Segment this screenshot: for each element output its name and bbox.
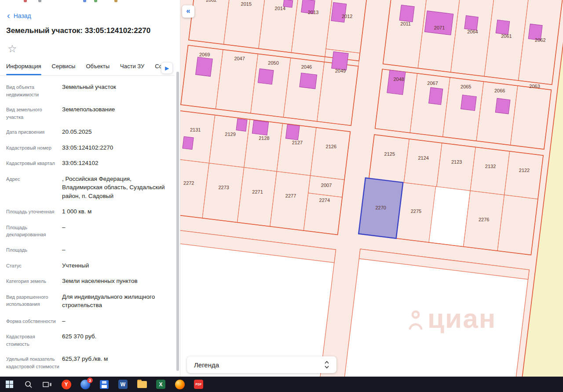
field-row: Вид разрешенного использованияДля индиви…: [6, 293, 172, 310]
legend-dropdown[interactable]: Легенда: [187, 356, 336, 373]
field-label: Категория земель: [6, 277, 59, 285]
tab-objects[interactable]: Объекты: [86, 63, 110, 75]
building-footprint: [258, 69, 274, 84]
tab-parts-zu[interactable]: Части ЗУ: [120, 63, 144, 75]
map-panel[interactable]: 2002201520142013201220692047205020462049…: [180, 0, 563, 377]
field-row: Площадь декларированная–: [6, 223, 172, 238]
field-row: Площадь–: [6, 245, 172, 254]
field-label: Кадастровый квартал: [6, 159, 59, 167]
field-row: СтатусУчтенный: [6, 261, 172, 270]
field-label: Статус: [6, 261, 59, 270]
tab-information[interactable]: Информация: [6, 63, 41, 75]
field-value: Земли населенных пунктов: [59, 277, 172, 286]
parcel[interactable]: [429, 187, 470, 247]
notification-badge: 3: [87, 377, 93, 383]
parcel-label: 2270: [376, 205, 386, 210]
folder-button[interactable]: [132, 377, 151, 392]
parcel-label: 2050: [268, 60, 278, 66]
tab-services[interactable]: Сервисы: [52, 63, 76, 75]
parcel-label: 2048: [393, 77, 404, 82]
building-footprint: [461, 95, 477, 111]
parcel-label: 2007: [321, 183, 332, 188]
parcel-label: 2061: [501, 33, 512, 39]
parcel-label: 2126: [326, 144, 336, 149]
field-label: Кадастровый номер: [6, 143, 59, 152]
favorite-star-icon[interactable]: ☆: [7, 43, 17, 55]
field-row: Адрес, Российская Федерация, Владимирска…: [6, 175, 172, 201]
field-value: 33:05:124102:2270: [59, 143, 172, 152]
field-value: 20.05.2025: [59, 128, 172, 136]
pdf-button[interactable]: PDF: [189, 377, 208, 392]
parcel-label: 2274: [319, 198, 330, 203]
info-fields: Вид объекта недвижимостиЗемельный участо…: [6, 83, 172, 377]
parcel-label: 2011: [400, 21, 411, 26]
field-row: Вид земельного участкаЗемлепользование: [6, 105, 172, 121]
field-label: Форма собственности: [6, 317, 59, 325]
field-value: –: [59, 317, 172, 326]
parcel-label: 2277: [285, 193, 296, 198]
field-value: 33:05:124102: [59, 159, 172, 168]
browser-edge-dot: [83, 0, 86, 2]
parcel-label: 2067: [427, 81, 438, 86]
field-value: Земельный участок: [59, 83, 172, 92]
page-title: Земельный участок: 33:05:124102:2270: [6, 26, 172, 35]
firefox-icon: [175, 380, 185, 389]
building-footprint: [236, 119, 247, 131]
search-icon: [24, 380, 33, 389]
field-row: Форма собственности–: [6, 317, 172, 326]
parcel-label: 2013: [308, 10, 318, 15]
cadastral-map[interactable]: 2002201520142013201220692047205020462049…: [180, 0, 563, 377]
field-label: Удельный показатель кадастровой стоимост…: [6, 355, 59, 370]
save-button[interactable]: [95, 377, 113, 392]
task-view-icon: [43, 381, 52, 388]
parcel-label: 2015: [241, 1, 252, 7]
chevron-right-icon: ▶: [165, 65, 169, 71]
parcel-label: 2125: [384, 151, 395, 157]
parcel-label: 2064: [467, 29, 478, 34]
parcel-label: 2131: [190, 127, 201, 132]
field-value: Землепользование: [59, 105, 172, 114]
back-link[interactable]: ‹ Назад: [7, 12, 31, 19]
browser-edge-dot: [94, 0, 97, 2]
building-footprint: [495, 98, 510, 114]
parcel-label: 2066: [494, 88, 505, 93]
parcel-label: 2128: [259, 136, 269, 141]
word-button[interactable]: W: [113, 377, 132, 392]
task-view-button[interactable]: [38, 377, 57, 392]
parcel-label: 2071: [434, 25, 445, 30]
field-value: , Российская Федерация, Владимирская обл…: [59, 175, 172, 201]
tab-bar: ИнформацияСервисыОбъектыЧасти ЗУСоста: [6, 63, 174, 75]
browser-edge-dot: [38, 0, 41, 2]
building-footprint: [429, 88, 443, 105]
start-button[interactable]: [0, 377, 19, 392]
field-row: Кадастровый номер33:05:124102:2270: [6, 143, 172, 152]
word-icon: W: [118, 380, 128, 389]
field-label: Дата присвоения: [6, 128, 59, 136]
field-value: 1 000 кв. м: [59, 207, 172, 216]
parcel-label: 2002: [206, 0, 216, 2]
parcel-label: 2012: [342, 14, 352, 19]
building-footprint: [285, 125, 300, 140]
browser-button[interactable]: 3: [76, 377, 95, 392]
building-footprint: [399, 5, 414, 22]
firefox-button[interactable]: [170, 377, 189, 392]
parcel-label: 2046: [301, 64, 312, 70]
scrollbar-thumb[interactable]: [176, 72, 179, 371]
field-label: Площадь уточненная: [6, 207, 59, 216]
parcel-label: 2276: [479, 217, 489, 222]
field-label: Вид земельного участка: [6, 105, 59, 121]
building-footprint: [332, 51, 348, 70]
yandex-browser-button[interactable]: Y: [57, 377, 76, 392]
collapse-sidebar-button[interactable]: «: [182, 5, 194, 18]
field-row: Вид объекта недвижимостиЗемельный участо…: [6, 83, 172, 98]
building-footprint: [464, 15, 478, 30]
yandex-browser-icon: Y: [62, 380, 71, 389]
search-button[interactable]: [19, 377, 38, 392]
excel-icon: X: [156, 380, 165, 389]
field-label: Площадь декларированная: [6, 223, 59, 238]
parcel-label: 2124: [418, 155, 428, 161]
parcel-label: 2062: [535, 37, 545, 43]
tabs-scroll-right-button[interactable]: ▶: [161, 62, 173, 74]
parcel-label: 2271: [252, 189, 263, 194]
excel-button[interactable]: X: [151, 377, 170, 392]
